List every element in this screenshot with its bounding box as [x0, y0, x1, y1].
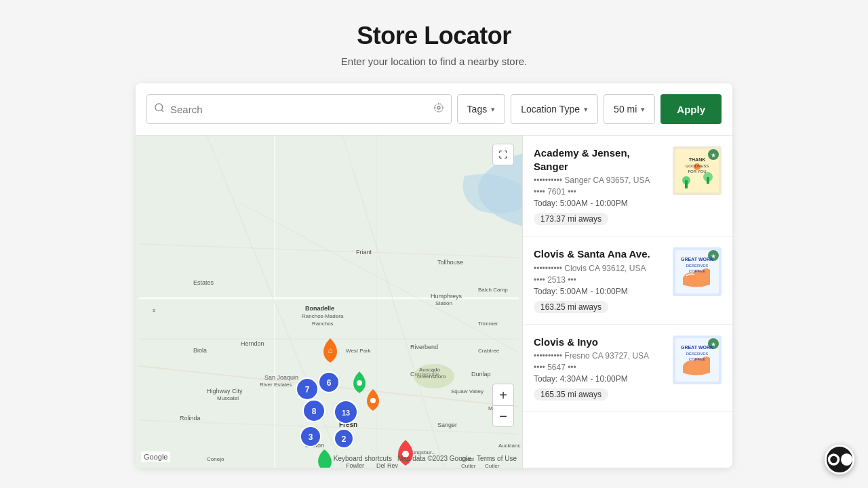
zoom-in-button[interactable]: +	[492, 384, 514, 405]
svg-text:Biola: Biola	[193, 347, 207, 354]
map-data-text: Map data ©2023 Google	[397, 455, 471, 462]
store-thumbnail: ★ GREAT WORK DESERVES COFFEE	[673, 247, 722, 296]
svg-rect-96	[707, 177, 709, 184]
svg-text:GREAT WORK: GREAT WORK	[681, 345, 713, 350]
svg-text:DESERVES: DESERVES	[686, 264, 709, 268]
svg-text:GREAT WORK: GREAT WORK	[681, 257, 713, 262]
fullscreen-button[interactable]	[492, 144, 514, 165]
store-address: •••••••••• Sanger CA 93657, USA	[534, 176, 665, 185]
store-hours: Today: 5:00AM - 10:00PM	[534, 287, 665, 296]
svg-text:Humphreys: Humphreys	[431, 293, 462, 300]
svg-text:COFFEE: COFFEE	[689, 269, 705, 273]
svg-text:7: 7	[305, 385, 310, 394]
chevron-down-icon: ▾	[641, 105, 645, 114]
svg-point-2	[437, 106, 440, 109]
main-container: Tags ▾ Location Type ▾ 50 mi ▾ Apply	[136, 83, 732, 468]
map-controls: + −	[492, 384, 514, 427]
svg-point-0	[155, 104, 163, 111]
store-item[interactable]: Clovis & Santa Ana Ave. •••••••••• Clovi…	[523, 237, 732, 325]
svg-text:COFFEE: COFFEE	[689, 357, 705, 361]
store-phone: •••• 7601 •••	[534, 187, 665, 197]
svg-text:Ranchos-Madera: Ranchos-Madera	[302, 313, 344, 319]
svg-text:⌂: ⌂	[328, 346, 332, 355]
svg-point-81	[370, 398, 376, 403]
content-area: Estates s Bonadelle Ranchos-Madera Ranch…	[136, 136, 732, 468]
svg-text:Tollhouse: Tollhouse	[437, 259, 463, 266]
store-name: Clovis & Santa Ana Ave.	[534, 247, 665, 261]
svg-text:THANK: THANK	[689, 157, 706, 162]
stores-list: Academy & Jensen, Sanger •••••••••• Sang…	[522, 136, 732, 468]
search-input[interactable]	[170, 104, 429, 115]
store-name: Academy & Jensen, Sanger	[534, 146, 665, 173]
chevron-down-icon: ▾	[584, 105, 588, 114]
keyboard-shortcuts-link[interactable]: Keyboard shortcuts	[334, 455, 392, 462]
store-distance: 165.35 mi aways	[534, 388, 608, 401]
store-item[interactable]: Academy & Jensen, Sanger •••••••••• Sang…	[523, 136, 732, 237]
svg-text:FOR YOU: FOR YOU	[688, 169, 706, 174]
svg-text:Highway City: Highway City	[207, 388, 243, 394]
page-title: Store Locator	[0, 22, 868, 50]
svg-text:GOODNESS: GOODNESS	[686, 164, 709, 168]
zoom-out-button[interactable]: −	[492, 405, 514, 427]
svg-text:Herndon: Herndon	[241, 340, 264, 347]
svg-text:Conejo: Conejo	[207, 456, 224, 462]
store-phone: •••• 5647 •••	[534, 363, 665, 372]
chat-button[interactable]	[825, 445, 854, 474]
svg-text:3: 3	[309, 432, 313, 442]
svg-text:Rolinda: Rolinda	[180, 415, 201, 422]
store-thumbnail: ★ GREAT WORK DESERVES COFFEE	[673, 336, 722, 384]
store-item[interactable]: Clovis & Inyo •••••••••• Fresno CA 93727…	[523, 325, 732, 413]
svg-text:Cutler: Cutler	[461, 463, 476, 468]
map-area: Estates s Bonadelle Ranchos-Madera Ranch…	[136, 136, 522, 468]
svg-text:13: 13	[342, 409, 350, 417]
terms-link[interactable]: Terms of Use	[477, 455, 517, 462]
svg-text:Crabtree: Crabtree	[478, 348, 500, 354]
svg-point-3	[435, 104, 443, 112]
svg-line-1	[161, 110, 163, 112]
svg-text:6: 6	[327, 378, 332, 388]
chevron-down-icon: ▾	[491, 105, 495, 114]
store-info: Academy & Jensen, Sanger •••••••••• Sang…	[534, 146, 665, 225]
svg-text:★: ★	[711, 152, 716, 159]
svg-text:Sanger: Sanger	[437, 422, 457, 428]
svg-point-117	[830, 456, 837, 463]
apply-button[interactable]: Apply	[660, 94, 722, 124]
tags-dropdown[interactable]: Tags ▾	[457, 94, 506, 124]
svg-text:Muscatel: Muscatel	[217, 395, 239, 401]
distance-dropdown[interactable]: 50 mi ▾	[604, 94, 655, 124]
svg-text:Cutler: Cutler	[485, 463, 500, 468]
store-address: •••••••••• Clovis CA 93612, USA	[534, 264, 665, 273]
store-thumbnail: ★ THANK GOODNESS FOR YOU	[673, 146, 722, 195]
store-hours: Today: 5:00AM - 10:00PM	[534, 199, 665, 208]
svg-text:Ranchos: Ranchos	[312, 321, 334, 327]
store-name: Clovis & Inyo	[534, 336, 665, 349]
search-icon	[154, 102, 165, 116]
search-wrapper	[146, 94, 452, 124]
svg-text:Dunlap: Dunlap	[471, 371, 491, 378]
store-info: Clovis & Inyo •••••••••• Fresno CA 93727…	[534, 336, 665, 401]
svg-text:Friant: Friant	[356, 249, 372, 256]
location-type-dropdown[interactable]: Location Type ▾	[511, 94, 598, 124]
svg-text:River Estates: River Estates	[260, 382, 292, 388]
svg-text:2: 2	[342, 434, 347, 444]
svg-text:Trimmer: Trimmer	[478, 321, 498, 327]
store-distance: 173.37 mi aways	[534, 213, 608, 225]
svg-text:Fowler: Fowler	[346, 462, 364, 468]
svg-text:Riverbend: Riverbend	[410, 344, 438, 350]
svg-text:Aucklanc: Aucklanc	[498, 443, 520, 449]
svg-text:Station: Station	[435, 300, 452, 306]
store-phone: •••• 2513 •••	[534, 275, 665, 285]
svg-rect-93	[685, 180, 688, 188]
svg-text:Estates: Estates	[193, 279, 214, 286]
svg-text:Avocado: Avocado	[419, 367, 441, 373]
svg-text:West Park: West Park	[346, 348, 372, 354]
svg-point-80	[357, 380, 362, 386]
svg-text:Bonadelle: Bonadelle	[305, 305, 334, 312]
location-icon[interactable]	[433, 102, 444, 116]
page-subtitle: Enter your location to find a nearby sto…	[0, 56, 868, 67]
svg-text:Squaw Valley: Squaw Valley	[451, 388, 484, 394]
store-hours: Today: 4:30AM - 10:00PM	[534, 374, 665, 384]
svg-text:Greensboro: Greensboro	[417, 373, 446, 380]
page-header: Store Locator Enter your location to fin…	[0, 0, 868, 78]
svg-text:Del Rey: Del Rey	[376, 462, 399, 468]
